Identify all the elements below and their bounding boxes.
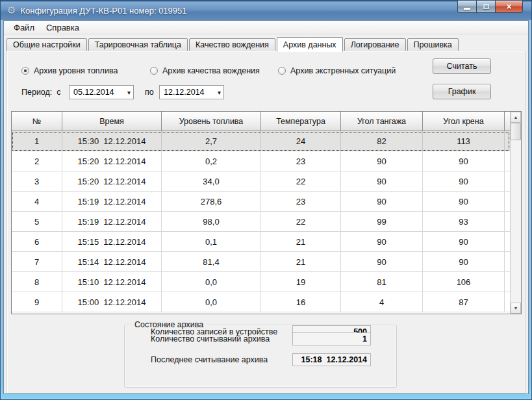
table-row[interactable]: 715:14 12.12.201481,4219090 (12, 252, 510, 272)
table-row[interactable]: 815:10 12.12.20140,01981106 (12, 272, 510, 292)
table-row[interactable]: 315:20 12.12.201434,0229090 (12, 171, 510, 192)
window-title: Конфигурация ДУТ-КВ-Р01 номер: 019951 (20, 6, 186, 16)
table-cell: 22 (261, 171, 341, 191)
table-cell: 0,0 (162, 272, 261, 292)
table-cell: 34,0 (162, 171, 261, 191)
period-to-label: по (145, 88, 154, 97)
table-row[interactable]: 615:15 12.12.20140,1219090 (12, 232, 510, 252)
period-to-select[interactable]: 12.12.2014 ▾ (159, 85, 224, 99)
table-cell: 15:20 12.12.2014 (62, 171, 162, 191)
triangle-up-icon: ▲ (514, 115, 518, 119)
tab-item[interactable]: Общие настройки (6, 38, 87, 51)
table-cell-filler (505, 252, 510, 271)
scroll-thumb[interactable] (511, 123, 521, 140)
title-bar[interactable]: ⚙ Конфигурация ДУТ-КВ-Р01 номер: 019951 … (1, 1, 531, 20)
close-icon: × (506, 1, 511, 12)
table-cell: 0,0 (162, 292, 261, 312)
table-cell-filler (505, 131, 510, 151)
table-cell: 15:14 12.12.2014 (62, 252, 162, 271)
tab-item[interactable]: Логирование (344, 38, 406, 51)
radio-option[interactable]: Архив экстренных ситуаций (278, 66, 396, 76)
period-from-select[interactable]: 05.12.2014 ▾ (69, 85, 134, 99)
table-cell-filler (505, 212, 510, 231)
table-cell: 113 (423, 131, 505, 151)
table-cell: 21 (261, 232, 341, 251)
tab-item[interactable]: Прошивка (407, 38, 459, 51)
status-label: Количество считываний архива (151, 334, 270, 344)
period-label: Период: с (21, 88, 61, 97)
minimize-button[interactable] (457, 1, 477, 13)
scroll-up-button[interactable]: ▲ (511, 112, 521, 123)
archive-table: №ВремяУровень топливаТемператураУгол тан… (11, 111, 522, 314)
table-cell: 22 (261, 212, 341, 231)
column-header[interactable]: № (12, 112, 62, 131)
table-cell: 15:30 12.12.2014 (62, 131, 162, 151)
table-cell: 16 (261, 292, 341, 312)
menu-item[interactable]: Справка (40, 21, 85, 34)
table-cell: 93 (423, 212, 505, 231)
client-area: ФайлСправка Общие настройкиТарировочная … (3, 20, 529, 394)
table-cell-filler (505, 192, 510, 211)
table-cell-filler (505, 292, 510, 312)
graph-button[interactable]: График (433, 84, 491, 99)
column-header[interactable]: Время (62, 112, 162, 131)
column-header[interactable]: Уровень топлива (162, 112, 261, 131)
tab-item[interactable]: Качество вождения (189, 38, 275, 51)
chevron-down-icon: ▾ (218, 89, 221, 96)
column-header-filler (505, 112, 510, 131)
maximize-button[interactable] (477, 1, 495, 13)
table-cell: 81 (341, 272, 423, 292)
column-header[interactable]: Угол крена (423, 112, 505, 131)
chevron-down-icon: ▾ (127, 89, 131, 96)
caption-buttons: × (457, 1, 523, 13)
table-cell: 23 (261, 151, 341, 171)
radio-label: Архив уровня топлива (34, 66, 118, 75)
table-cell: 90 (341, 192, 423, 211)
table-cell: 8 (12, 272, 62, 292)
status-row: Количество считываний архива1 (125, 332, 396, 345)
menu-item[interactable]: Файл (8, 21, 40, 34)
table-scrollbar[interactable]: ▲ ▼ (510, 112, 521, 314)
table-row[interactable]: 415:19 12.12.2014278,6239090 (12, 192, 510, 212)
table-cell: 90 (423, 171, 505, 191)
table-cell: 15:19 12.12.2014 (62, 192, 162, 211)
app-window: ⚙ Конфигурация ДУТ-КВ-Р01 номер: 019951 … (0, 0, 532, 400)
table-cell-filler (505, 151, 510, 171)
table-cell: 90 (423, 151, 505, 171)
table-header-row: №ВремяУровень топливаТемператураУгол тан… (12, 112, 510, 131)
table-cell: 9 (12, 292, 62, 312)
scroll-down-button[interactable]: ▼ (511, 303, 521, 314)
table-row[interactable]: 515:19 12.12.201498,0229993 (12, 212, 510, 232)
period-from-value: 05.12.2014 (73, 88, 127, 97)
table-cell: 19 (261, 272, 341, 292)
table-cell: 90 (341, 252, 423, 271)
tab-item[interactable]: Архив данных (277, 37, 343, 52)
column-header[interactable]: Угол тангажа (341, 112, 423, 131)
table-cell-filler (505, 232, 510, 251)
table-cell: 98,0 (162, 212, 261, 231)
column-header[interactable]: Температура (261, 112, 341, 131)
table-cell: 24 (261, 131, 341, 151)
table-row[interactable]: 915:00 12.12.20140,016487 (12, 292, 510, 312)
archive-table-grid: №ВремяУровень топливаТемператураУгол тан… (12, 112, 510, 314)
read-button[interactable]: Считать (433, 58, 491, 74)
table-row[interactable]: 215:20 12.12.20140,2239090 (12, 151, 510, 171)
table-cell: 106 (423, 272, 505, 292)
radio-option[interactable]: Архив уровня топлива (21, 66, 118, 76)
table-cell: 15:10 12.12.2014 (62, 272, 162, 292)
radio-option[interactable]: Архив качества вождения (150, 66, 260, 76)
status-row: Последнее считывание архива15:18 12.12.2… (125, 353, 396, 366)
gear-icon: ⚙ (7, 5, 16, 16)
table-row[interactable]: 115:30 12.12.20142,72482113 (12, 131, 510, 151)
table-cell: 15:20 12.12.2014 (62, 151, 162, 171)
tab-item[interactable]: Тарировочная таблица (88, 38, 188, 51)
table-cell-filler (505, 171, 510, 191)
close-button[interactable]: × (495, 1, 523, 13)
table-cell: 1 (12, 131, 62, 151)
minimize-icon (464, 8, 470, 10)
menu-bar: ФайлСправка (4, 21, 528, 34)
table-cell: 4 (12, 192, 62, 211)
table-cell: 90 (341, 151, 423, 171)
table-cell: 15:15 12.12.2014 (62, 232, 162, 251)
table-cell: 4 (341, 292, 423, 312)
